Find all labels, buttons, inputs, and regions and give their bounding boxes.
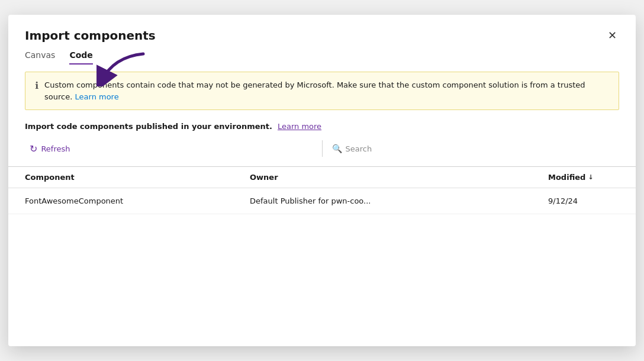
tab-code[interactable]: Code — [69, 50, 92, 65]
cell-modified: 9/12/24 — [548, 196, 619, 205]
toolbar-divider — [322, 140, 323, 157]
column-header-modified[interactable]: Modified ↓ — [548, 173, 619, 182]
dialog-title: Import components — [25, 28, 156, 43]
tab-canvas[interactable]: Canvas — [25, 50, 55, 65]
search-icon: 🔍 — [332, 144, 342, 153]
dialog-header: Import components ✕ — [8, 15, 636, 43]
table-body: FontAwesomeComponent Default Publisher f… — [8, 188, 636, 214]
refresh-label: Refresh — [41, 144, 70, 153]
search-area: 🔍 — [332, 144, 620, 153]
warning-learn-more-link[interactable]: Learn more — [75, 92, 119, 101]
column-header-component: Component — [25, 173, 250, 182]
table-header: Component Owner Modified ↓ — [8, 167, 636, 188]
section-learn-more-link[interactable]: Learn more — [278, 122, 321, 131]
toolbar-left: ↻ Refresh — [25, 141, 313, 157]
table-row[interactable]: FontAwesomeComponent Default Publisher f… — [8, 188, 636, 214]
cell-component: FontAwesomeComponent — [25, 196, 250, 205]
refresh-icon: ↻ — [30, 143, 37, 154]
section-description: Import code components published in your… — [8, 117, 636, 131]
tabs-container: Canvas Code — [8, 43, 636, 65]
search-input[interactable] — [346, 144, 464, 153]
cell-owner: Default Publisher for pwn-coo... — [250, 196, 548, 205]
column-header-owner: Owner — [250, 173, 548, 182]
sort-icon: ↓ — [588, 173, 593, 181]
arrow-annotation — [96, 48, 149, 89]
close-button[interactable]: ✕ — [606, 28, 619, 43]
info-icon: ℹ — [35, 80, 38, 91]
import-components-dialog: Import components ✕ Canvas Code ℹ Custom… — [8, 15, 636, 346]
toolbar: ↻ Refresh 🔍 — [8, 131, 636, 167]
refresh-button[interactable]: ↻ Refresh — [25, 141, 75, 157]
